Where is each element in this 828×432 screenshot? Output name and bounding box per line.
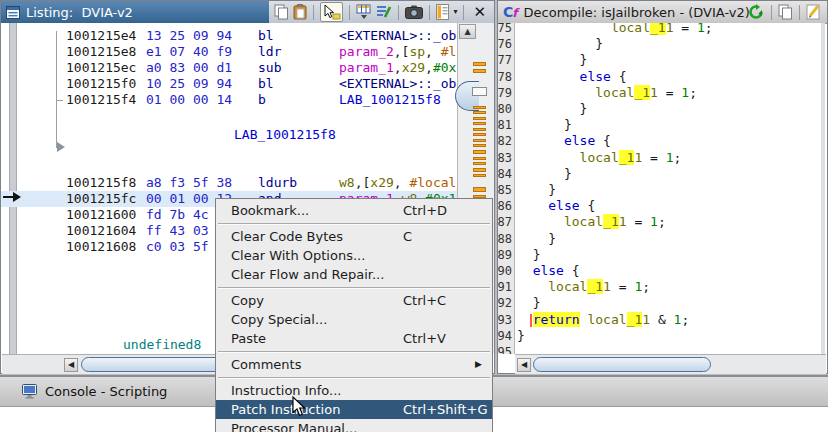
line-number: 86	[498, 198, 512, 214]
scroll-left-icon[interactable]: ◀	[517, 358, 531, 372]
mouse-cursor-icon	[292, 396, 308, 418]
decompiler-icon: Cf	[503, 4, 518, 20]
listing-row[interactable]: 1001215f010 25 09 94bl<EXTERNAL>::_obj	[1, 76, 457, 92]
menu-item-copy-special[interactable]: Copy Special...	[216, 310, 492, 329]
menu-separator	[216, 348, 492, 355]
code-line[interactable]: }	[515, 166, 572, 182]
current-location-arrow-head-icon	[13, 192, 21, 202]
listing-row[interactable]: 1001215f401 00 00 14bLAB_1001215f8	[1, 92, 457, 108]
listing-address: 100121604	[66, 223, 136, 239]
analysis-mark	[473, 174, 486, 177]
listing-address: 1001215f8	[66, 175, 136, 191]
listing-operands: <EXTERNAL>::_obj	[339, 76, 457, 92]
close-icon[interactable]: ✕	[470, 2, 489, 22]
markup-icon[interactable]	[376, 4, 392, 20]
line-number: 95	[498, 344, 512, 354]
listing-address: 1001215f4	[66, 92, 136, 108]
menu-item-instruction-info[interactable]: Instruction Info...	[216, 381, 492, 400]
decompile-hscrollbar[interactable]: ◀	[515, 354, 826, 374]
menu-item-bookmark[interactable]: Bookmark...Ctrl+D	[216, 201, 492, 220]
listing-address: 1001215ec	[66, 60, 136, 76]
listing-row[interactable]: 1001215e8e1 07 40 f9ldrparam_2,[sp, #loc…	[1, 44, 457, 60]
menu-item-copy[interactable]: CopyCtrl+C	[216, 291, 492, 310]
copy-icon[interactable]	[274, 4, 289, 20]
line-number: 75	[498, 23, 512, 36]
line-number: 79	[498, 85, 512, 101]
decompile-toolbar	[743, 1, 827, 23]
cursor-tool-icon[interactable]	[320, 2, 343, 22]
copy-icon[interactable]	[778, 4, 793, 20]
code-line[interactable]: }	[515, 36, 603, 52]
decompile-right-strip	[821, 23, 825, 354]
code-line[interactable]: else {	[515, 133, 611, 149]
listing-operands: param_1,x29,#0x2	[339, 60, 457, 76]
analysis-mark	[473, 168, 486, 172]
listing-row[interactable]: LAB_1001215f8	[1, 127, 457, 143]
line-number: 92	[498, 295, 512, 311]
code-line[interactable]: }	[515, 52, 587, 68]
code-line[interactable]	[515, 344, 517, 354]
code-line[interactable]: local_11 = 1;	[515, 23, 713, 36]
code-line[interactable]: local_11 = 1;	[515, 150, 681, 166]
listing-mnemonic: b	[258, 92, 266, 108]
code-line[interactable]: else {	[515, 69, 627, 85]
toolbar-separator	[771, 5, 772, 20]
code-line[interactable]: return local_11 & 1;	[515, 312, 689, 328]
menu-item-comments[interactable]: Comments▶	[216, 355, 492, 374]
menu-separator	[216, 374, 492, 381]
refresh-icon[interactable]	[748, 4, 765, 20]
listing-mnemonic: ldr	[258, 44, 281, 60]
code-line[interactable]: }	[515, 295, 540, 311]
menu-item-clear-flow-and-repair[interactable]: Clear Flow and Repair...	[216, 265, 492, 284]
menu-separator	[216, 284, 492, 291]
code-line[interactable]: }	[515, 328, 525, 344]
analysis-mark	[473, 62, 486, 66]
listing-title: Listing: DVIA-v2	[26, 5, 133, 20]
code-line[interactable]: }	[515, 182, 556, 198]
menu-item-processor-manual[interactable]: Processor Manual...	[216, 419, 492, 432]
overview-slider[interactable]	[472, 87, 487, 96]
listing-row[interactable]: 1001215eca0 83 00 d1subparam_1,x29,#0x2	[1, 60, 457, 76]
decompile-header[interactable]: Cf Decompile: isJailbroken - (DVIA-v2)	[498, 1, 827, 24]
code-line[interactable]: else {	[515, 198, 595, 214]
line-number-gutter: 7576777879808182838485868788899091929394…	[498, 23, 515, 354]
analysis-mark	[473, 150, 486, 154]
line-number: 80	[498, 101, 512, 117]
dropdown-caret-icon[interactable]: ▾	[453, 1, 457, 23]
listing-row[interactable]: 1001215e413 25 09 94bl<EXTERNAL>::_obj	[1, 28, 457, 44]
listing-label: LAB_1001215f8	[234, 127, 336, 143]
paste-icon[interactable]	[293, 4, 307, 20]
listing-row[interactable]: 1001215f8a8 f3 5f 38ldurbw8,[x29, #local…	[1, 175, 457, 191]
menu-item-clear-with-options[interactable]: Clear With Options...	[216, 246, 492, 265]
data-type-icon[interactable]	[356, 4, 372, 20]
code-line[interactable]: local_11 = 1;	[515, 214, 666, 230]
code-line[interactable]: local_11 = 1;	[515, 279, 650, 295]
code-line[interactable]: }	[515, 117, 572, 133]
line-number: 94	[498, 328, 512, 344]
toolbar-separator	[313, 5, 314, 20]
menu-item-clear-code-bytes[interactable]: Clear Code BytesC	[216, 227, 492, 246]
decompile-code[interactable]: local_11 = 1;}}else {local_11 = 1;}}else…	[515, 23, 821, 354]
code-line[interactable]: }	[515, 231, 556, 247]
analysis-mark	[473, 162, 486, 165]
menu-item-patch-instruction[interactable]: Patch InstructionCtrl+Shift+G	[216, 400, 492, 419]
listing-display-options-icon[interactable]	[436, 4, 449, 20]
line-number: 88	[498, 231, 512, 247]
listing-header[interactable]: Listing: DVIA-v2 ▾ ✕	[1, 1, 494, 23]
analysis-mark	[473, 157, 486, 160]
code-line[interactable]: }	[515, 247, 540, 263]
toolbar-separator	[799, 5, 800, 20]
code-line[interactable]: else {	[515, 263, 580, 279]
code-line[interactable]: }	[515, 101, 587, 117]
edit-pencil-icon[interactable]	[806, 4, 822, 20]
submenu-arrow-icon: ▶	[475, 355, 482, 374]
console-title: Console - Scripting	[45, 384, 167, 399]
scroll-left-icon[interactable]: ◀	[64, 358, 78, 372]
analysis-mark	[473, 187, 486, 192]
line-number: 78	[498, 69, 512, 85]
menu-item-paste[interactable]: PasteCtrl+V	[216, 329, 492, 348]
listing-address: 1001215f0	[66, 76, 136, 92]
decompile-hscroll-thumb[interactable]	[533, 357, 711, 372]
code-line[interactable]: local_11 = 1;	[515, 85, 697, 101]
snapshot-camera-icon[interactable]	[405, 5, 423, 19]
